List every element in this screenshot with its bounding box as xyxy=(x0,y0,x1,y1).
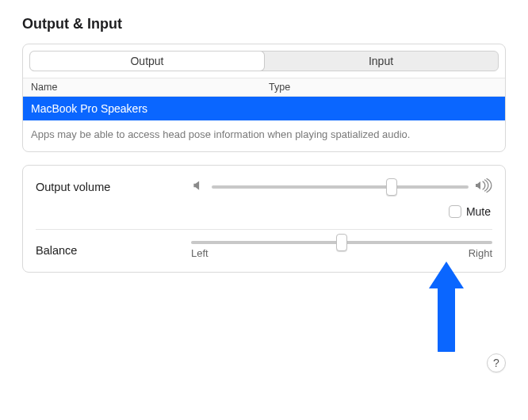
column-header-name: Name xyxy=(31,82,269,93)
controls-panel: Output volume xyxy=(22,165,506,273)
device-name: MacBook Pro Speakers xyxy=(31,102,147,115)
help-button[interactable]: ? xyxy=(487,353,506,372)
speaker-low-icon xyxy=(191,178,205,196)
output-volume-thumb[interactable] xyxy=(386,178,397,196)
tab-input[interactable]: Input xyxy=(264,52,498,71)
tab-output[interactable]: Output xyxy=(30,52,264,71)
speaker-high-icon xyxy=(475,178,492,196)
output-volume-row: Output volume xyxy=(36,178,492,196)
column-header-type: Type xyxy=(269,82,497,93)
output-input-tabs: Output Input xyxy=(29,51,499,71)
balance-right-label: Right xyxy=(469,247,492,259)
output-volume-slider[interactable] xyxy=(212,185,469,189)
output-volume-label: Output volume xyxy=(36,181,178,193)
page-title: Output & Input xyxy=(22,16,506,32)
balance-slider[interactable] xyxy=(191,241,492,244)
balance-label: Balance xyxy=(36,244,178,257)
devices-panel: Output Input Name Type MacBook Pro Speak… xyxy=(22,44,506,152)
mute-checkbox[interactable] xyxy=(449,205,461,218)
balance-thumb[interactable] xyxy=(336,234,347,251)
balance-left-label: Left xyxy=(191,247,209,259)
mute-label: Mute xyxy=(466,205,491,218)
device-row-selected[interactable]: MacBook Pro Speakers xyxy=(23,97,505,120)
device-table-header: Name Type xyxy=(23,78,505,97)
divider xyxy=(36,229,492,230)
balance-row: Balance Left Right xyxy=(36,241,492,259)
spatial-audio-note: Apps may be able to access head pose inf… xyxy=(23,120,505,151)
